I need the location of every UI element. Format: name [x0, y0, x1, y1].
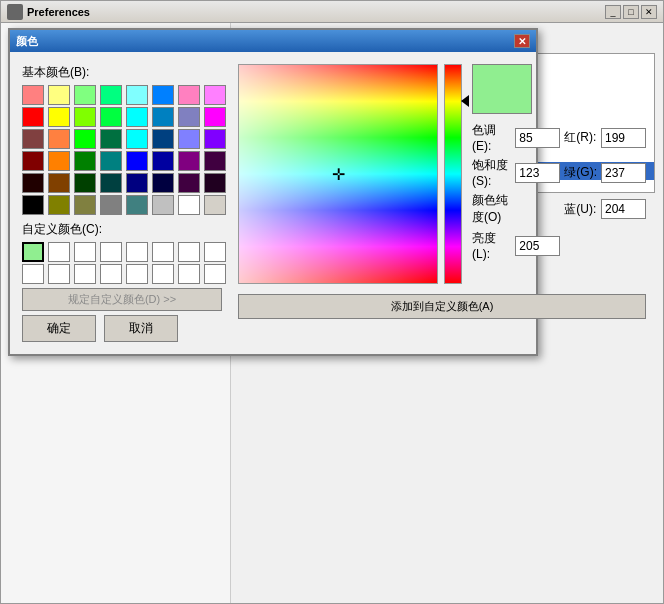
basic-swatch-16[interactable] [22, 129, 44, 149]
content-split: 基本颜色(B): 自定义颜色(C): 规定自定义颜色(D) >> 确定 取消 [22, 64, 524, 342]
basic-swatch-35[interactable] [100, 173, 122, 193]
basic-swatch-27[interactable] [100, 151, 122, 171]
basic-swatch-21[interactable] [152, 129, 174, 149]
basic-swatch-41[interactable] [48, 195, 70, 215]
basic-swatch-45[interactable] [152, 195, 174, 215]
basic-swatch-40[interactable] [22, 195, 44, 215]
basic-swatch-11[interactable] [100, 107, 122, 127]
green-label: 绿(G): [564, 164, 597, 181]
basic-swatch-15[interactable] [204, 107, 226, 127]
basic-swatch-13[interactable] [152, 107, 174, 127]
basic-swatch-24[interactable] [22, 151, 44, 171]
basic-colors-label: 基本颜色(B): [22, 64, 228, 81]
color-dialog: 颜色 ✕ 基本颜色(B): 自定义颜色(C): 规定自定义颜色(D) >> 确定… [8, 28, 538, 356]
custom-swatch-4[interactable] [126, 242, 148, 262]
basic-swatch-44[interactable] [126, 195, 148, 215]
basic-swatch-38[interactable] [178, 173, 200, 193]
blue-label: 蓝(U): [564, 201, 597, 218]
saturation-label: 饱和度(S): [472, 157, 511, 188]
custom-swatch-15[interactable] [204, 264, 226, 284]
add-to-custom-button[interactable]: 添加到自定义颜色(A) [238, 294, 646, 319]
basic-swatch-39[interactable] [204, 173, 226, 193]
basic-swatch-5[interactable] [152, 85, 174, 105]
basic-swatch-34[interactable] [74, 173, 96, 193]
color-dialog-title: 颜色 [16, 34, 514, 49]
basic-swatch-23[interactable] [204, 129, 226, 149]
basic-swatch-12[interactable] [126, 107, 148, 127]
basic-swatch-47[interactable] [204, 195, 226, 215]
color-dialog-close-button[interactable]: ✕ [514, 34, 530, 48]
basic-swatch-18[interactable] [74, 129, 96, 149]
right-top: ✛ 色调(E): 红(R): [238, 64, 646, 284]
spectrum-overlay [239, 65, 437, 283]
basic-swatch-9[interactable] [48, 107, 70, 127]
custom-swatch-6[interactable] [178, 242, 200, 262]
basic-swatch-33[interactable] [48, 173, 70, 193]
basic-swatch-22[interactable] [178, 129, 200, 149]
color-spectrum[interactable]: ✛ [238, 64, 438, 284]
green-input[interactable] [601, 163, 646, 183]
basic-swatch-1[interactable] [48, 85, 70, 105]
custom-swatch-11[interactable] [100, 264, 122, 284]
basic-swatch-10[interactable] [74, 107, 96, 127]
color-preview-large [472, 64, 532, 114]
custom-swatch-8[interactable] [22, 264, 44, 284]
custom-colors-label: 自定义颜色(C): [22, 221, 228, 238]
custom-swatch-5[interactable] [152, 242, 174, 262]
maximize-button[interactable]: □ [623, 5, 639, 19]
hue-label: 色调(E): [472, 122, 511, 153]
basic-swatch-14[interactable] [178, 107, 200, 127]
basic-swatch-26[interactable] [74, 151, 96, 171]
basic-swatch-6[interactable] [178, 85, 200, 105]
red-input[interactable] [601, 128, 646, 148]
custom-swatch-12[interactable] [126, 264, 148, 284]
saturation-input[interactable] [515, 163, 560, 183]
basic-swatch-30[interactable] [178, 151, 200, 171]
define-custom-button[interactable]: 规定自定义颜色(D) >> [22, 288, 222, 311]
custom-swatch-10[interactable] [74, 264, 96, 284]
basic-swatch-29[interactable] [152, 151, 174, 171]
cancel-button[interactable]: 取消 [104, 315, 178, 342]
basic-swatch-0[interactable] [22, 85, 44, 105]
basic-swatch-32[interactable] [22, 173, 44, 193]
basic-swatch-2[interactable] [74, 85, 96, 105]
values-panel: 色调(E): 红(R): 饱和度(S): 绿(G): 颜色纯度(O) [472, 64, 646, 284]
purity-label: 颜色纯度(O) [472, 192, 511, 226]
custom-swatch-0[interactable] [22, 242, 44, 262]
basic-swatch-36[interactable] [126, 173, 148, 193]
close-button-prefs[interactable]: ✕ [641, 5, 657, 19]
custom-swatch-3[interactable] [100, 242, 122, 262]
right-panel: ✛ 色调(E): 红(R): [238, 64, 646, 342]
custom-swatch-9[interactable] [48, 264, 70, 284]
basic-swatch-43[interactable] [100, 195, 122, 215]
titlebar-buttons: _ □ ✕ [605, 5, 657, 19]
basic-swatch-3[interactable] [100, 85, 122, 105]
left-panel: 基本颜色(B): 自定义颜色(C): 规定自定义颜色(D) >> 确定 取消 [22, 64, 228, 342]
basic-swatch-42[interactable] [74, 195, 96, 215]
hue-input[interactable] [515, 128, 560, 148]
custom-swatch-1[interactable] [48, 242, 70, 262]
custom-colors-grid [22, 242, 228, 284]
basic-swatch-46[interactable] [178, 195, 200, 215]
basic-swatch-25[interactable] [48, 151, 70, 171]
basic-swatch-31[interactable] [204, 151, 226, 171]
blue-input[interactable] [601, 199, 646, 219]
custom-swatch-7[interactable] [204, 242, 226, 262]
ok-button[interactable]: 确定 [22, 315, 96, 342]
custom-swatch-14[interactable] [178, 264, 200, 284]
basic-swatch-4[interactable] [126, 85, 148, 105]
basic-swatch-19[interactable] [100, 129, 122, 149]
custom-swatch-2[interactable] [74, 242, 96, 262]
brightness-label: 亮度(L): [472, 230, 511, 261]
hue-slider[interactable] [444, 64, 462, 284]
basic-swatch-28[interactable] [126, 151, 148, 171]
basic-swatch-7[interactable] [204, 85, 226, 105]
preferences-title: Preferences [27, 6, 605, 18]
basic-swatch-37[interactable] [152, 173, 174, 193]
minimize-button[interactable]: _ [605, 5, 621, 19]
basic-swatch-20[interactable] [126, 129, 148, 149]
basic-swatch-17[interactable] [48, 129, 70, 149]
custom-swatch-13[interactable] [152, 264, 174, 284]
brightness-input[interactable] [515, 236, 560, 256]
basic-swatch-8[interactable] [22, 107, 44, 127]
